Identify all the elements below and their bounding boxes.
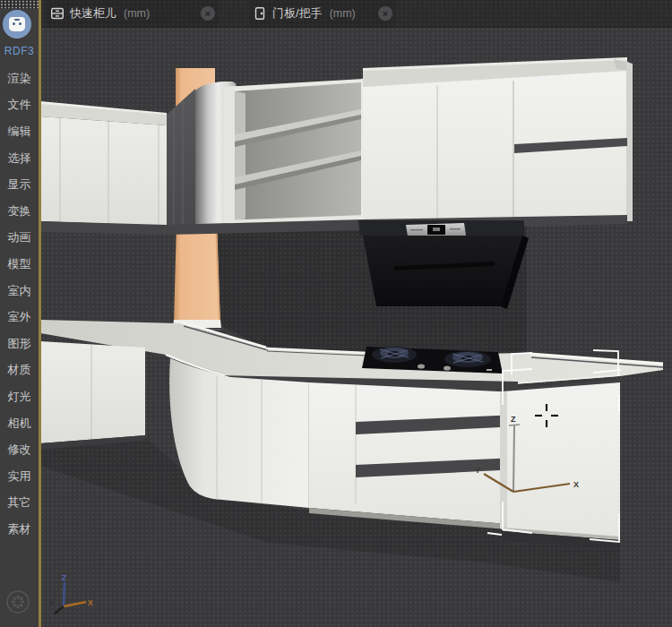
grip-texture	[0, 0, 41, 9]
sidebar-item-shapes[interactable]: 图形	[0, 331, 39, 357]
sidebar-item-exterior[interactable]: 室外	[0, 304, 39, 331]
sidebar-item-model[interactable]: 模型	[0, 251, 39, 278]
sidebar-item-animation[interactable]: 动画	[0, 225, 39, 252]
cabinet-icon	[50, 6, 65, 21]
tab-unit: (mm)	[124, 7, 150, 20]
gear-icon[interactable]	[4, 588, 31, 615]
tab-unit: (mm)	[330, 7, 356, 20]
robot-face	[9, 17, 25, 31]
sidebar-item-select[interactable]: 选择	[0, 145, 39, 172]
close-icon[interactable]: ×	[378, 6, 392, 21]
app-window: Z X Y Z X Y	[0, 0, 672, 627]
sidebar-item-display[interactable]: 显示	[0, 171, 39, 198]
sidebar-item-assets[interactable]: 素材	[0, 516, 39, 543]
robot-mascot-icon[interactable]	[3, 10, 31, 39]
sidebar-item-utility[interactable]: 实用	[0, 463, 39, 490]
sidebar-item-file[interactable]: 文件	[0, 92, 39, 119]
sidebar-divider	[39, 0, 41, 627]
sidebar-item-light[interactable]: 灯光	[0, 383, 39, 410]
brand-label[interactable]: RDF3	[0, 45, 39, 57]
sidebar-item-edit[interactable]: 编辑	[0, 118, 39, 145]
sidebar: RDF3 渲染 文件 编辑 选择 显示 变换 动画 模型 室内 室外 图形 材质…	[0, 0, 39, 627]
tab-label: 门板/把手	[272, 5, 323, 21]
sidebar-item-transform[interactable]: 变换	[0, 198, 39, 225]
sidebar-item-interior[interactable]: 室内	[0, 278, 39, 305]
tab-quick-cabinet[interactable]: 快速柜儿 (mm) ×	[47, 0, 219, 27]
viewport-3d[interactable]	[41, 27, 672, 627]
sidebar-item-other[interactable]: 其它	[0, 490, 39, 517]
sidebar-item-modify[interactable]: 修改	[0, 436, 39, 463]
tab-door-handle[interactable]: 门板/把手 (mm) ×	[249, 0, 396, 27]
door-icon	[253, 6, 267, 21]
tab-bar: 快速柜儿 (mm) × 门板/把手 (mm) ×	[41, 0, 672, 28]
sidebar-item-material[interactable]: 材质	[0, 357, 39, 384]
sidebar-item-camera[interactable]: 相机	[0, 410, 39, 437]
sidebar-item-render[interactable]: 渲染	[0, 65, 39, 92]
tab-label: 快速柜儿	[70, 5, 116, 21]
close-icon[interactable]: ×	[201, 6, 215, 21]
sidebar-menu: 渲染 文件 编辑 选择 显示 变换 动画 模型 室内 室外 图形 材质 灯光 相…	[0, 65, 39, 543]
